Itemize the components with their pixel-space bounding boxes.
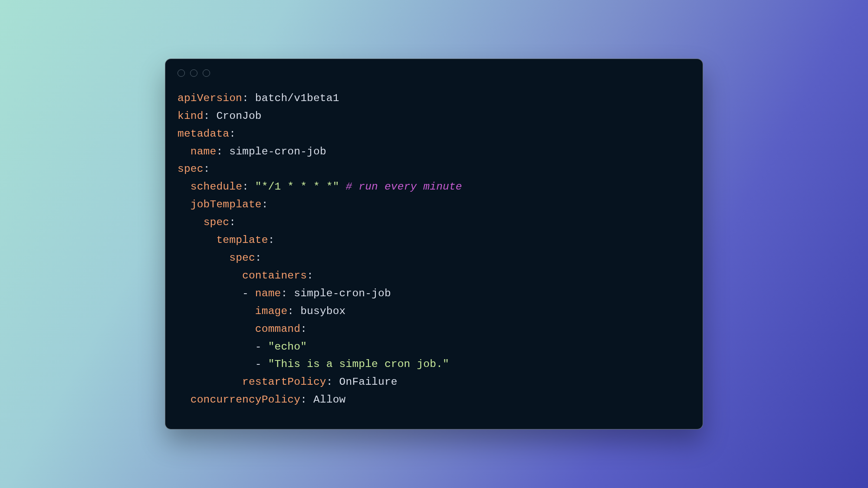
- yaml-key: kind: [178, 110, 204, 122]
- yaml-key: spec: [204, 216, 230, 228]
- yaml-string: "echo": [268, 341, 307, 353]
- yaml-string: "*/1 * * * *": [255, 181, 339, 193]
- yaml-key: schedule: [191, 181, 242, 193]
- yaml-key: restartPolicy: [242, 376, 326, 388]
- yaml-colon: :: [229, 128, 236, 140]
- yaml-colon: :: [300, 394, 307, 406]
- yaml-key: spec: [229, 252, 255, 264]
- yaml-comment: # run every minute: [346, 181, 462, 193]
- yaml-colon: :: [268, 234, 275, 246]
- code-window: apiVersion: batch/v1beta1 kind: CronJob …: [165, 59, 703, 429]
- yaml-key: spec: [178, 163, 204, 175]
- yaml-dash: -: [255, 358, 262, 370]
- yaml-value: busybox: [300, 305, 345, 317]
- yaml-colon: :: [255, 252, 262, 264]
- yaml-key: jobTemplate: [191, 199, 262, 210]
- yaml-colon: :: [216, 146, 223, 157]
- yaml-colon: :: [281, 288, 287, 299]
- yaml-value: simple-cron-job: [294, 288, 391, 299]
- yaml-value: simple-cron-job: [229, 146, 326, 157]
- yaml-colon: :: [204, 163, 210, 175]
- yaml-colon: :: [204, 110, 210, 122]
- yaml-key: template: [216, 234, 268, 246]
- close-icon[interactable]: [178, 69, 185, 77]
- yaml-dash: -: [255, 341, 262, 353]
- yaml-key: name: [191, 146, 217, 157]
- yaml-colon: :: [262, 199, 268, 210]
- maximize-icon[interactable]: [203, 69, 210, 77]
- yaml-dash: -: [242, 288, 249, 299]
- yaml-colon: :: [307, 270, 313, 282]
- yaml-key: containers: [242, 270, 307, 282]
- yaml-value: batch/v1beta1: [255, 92, 339, 104]
- yaml-value: OnFailure: [339, 376, 398, 388]
- traffic-lights: [178, 69, 690, 77]
- yaml-key: image: [255, 305, 288, 317]
- yaml-colon: :: [229, 216, 236, 228]
- yaml-colon: :: [242, 181, 249, 193]
- yaml-colon: :: [287, 305, 294, 317]
- yaml-key: name: [255, 288, 281, 299]
- yaml-value: Allow: [313, 394, 346, 406]
- code-block: apiVersion: batch/v1beta1 kind: CronJob …: [178, 90, 690, 409]
- yaml-string: "This is a simple cron job.": [268, 358, 449, 370]
- yaml-key: metadata: [178, 128, 229, 140]
- yaml-key: command: [255, 323, 300, 335]
- yaml-colon: :: [300, 323, 307, 335]
- minimize-icon[interactable]: [190, 69, 197, 77]
- yaml-key: apiVersion: [178, 92, 242, 104]
- yaml-key: concurrencyPolicy: [191, 394, 300, 406]
- yaml-colon: :: [242, 92, 249, 104]
- yaml-colon: :: [326, 376, 333, 388]
- yaml-value: CronJob: [216, 110, 261, 122]
